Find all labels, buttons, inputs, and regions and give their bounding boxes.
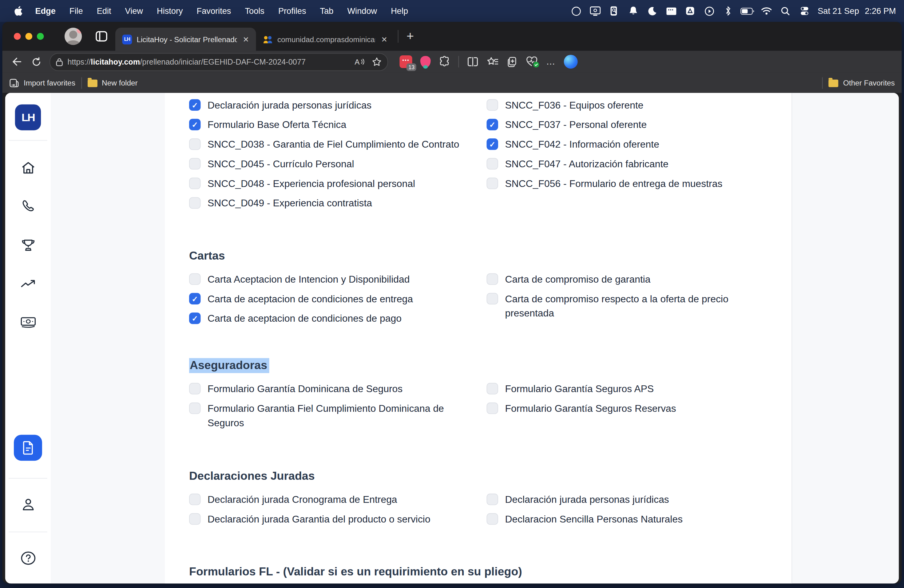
checkbox-unchecked[interactable]: ✓ (189, 158, 201, 170)
tab-close-icon[interactable]: ✕ (380, 35, 389, 43)
phone-mirroring-icon[interactable] (607, 5, 622, 17)
trending-up-icon[interactable] (20, 279, 36, 289)
read-aloud-icon[interactable]: A (354, 57, 365, 66)
checkbox-unchecked[interactable]: ✓ (487, 403, 498, 414)
checkbox-item[interactable]: ✓Declaracion Sencilla Personas Naturales (487, 512, 758, 526)
checkbox-item[interactable]: ✓SNCC_F037 - Personal oferente (487, 118, 758, 132)
checkbox-item[interactable]: ✓SNCC_D045 - Currículo Personal (189, 157, 487, 171)
extensions-puzzle-icon[interactable] (439, 56, 450, 68)
do-not-disturb-moon-icon[interactable] (645, 5, 660, 17)
checkbox-unchecked[interactable]: ✓ (487, 493, 498, 505)
checkbox-unchecked[interactable]: ✓ (487, 513, 498, 525)
bluetooth-icon[interactable] (721, 5, 736, 17)
menubar-item-edit[interactable]: Edit (90, 6, 118, 16)
documents-nav-active[interactable] (14, 435, 42, 461)
checkbox-unchecked[interactable]: ✓ (189, 197, 201, 209)
checkbox-item[interactable]: ✓SNCC_D049 - Experiencia contratista (189, 196, 487, 211)
licitahoy-logo[interactable]: LH (15, 104, 41, 130)
copilot-icon[interactable] (564, 55, 578, 69)
wifi-icon[interactable] (759, 5, 774, 17)
browser-essentials-icon[interactable] (526, 57, 538, 67)
checkbox-unchecked[interactable]: ✓ (487, 178, 498, 190)
checkbox-item[interactable]: ✓Formulario Garantía Dominicana de Segur… (189, 382, 487, 396)
keyboard-icon[interactable] (664, 5, 679, 17)
close-window-button[interactable] (14, 33, 21, 40)
checkbox-unchecked[interactable]: ✓ (189, 178, 201, 190)
checkbox-item[interactable]: ✓Declaración jurada personas jurídicas (189, 98, 487, 112)
checkbox-item[interactable]: ✓SNCC_F056 - Formulario de entrega de mu… (487, 177, 758, 191)
address-bar[interactable]: https://licitahoy.com/prellenado/iniciar… (49, 53, 388, 71)
home-icon[interactable] (21, 161, 36, 175)
checkbox-checked[interactable]: ✓ (189, 313, 201, 324)
checkbox-unchecked[interactable]: ✓ (189, 273, 201, 285)
checkbox-unchecked[interactable]: ✓ (189, 493, 201, 505)
checkbox-item[interactable]: ✓SNCC_F042 - Información oferente (487, 137, 758, 152)
battery-icon[interactable] (740, 5, 755, 17)
checkbox-unchecked[interactable]: ✓ (189, 403, 201, 414)
checkbox-unchecked[interactable]: ✓ (487, 383, 498, 395)
notification-bell-icon[interactable] (626, 5, 641, 17)
checkbox-item[interactable]: ✓Declaración jurada Cronograma de Entreg… (189, 492, 487, 507)
checkbox-unchecked[interactable]: ✓ (189, 513, 201, 525)
back-icon[interactable] (8, 54, 25, 70)
control-center-icon[interactable] (797, 5, 812, 17)
password-extension-icon[interactable]: •••13 (400, 55, 412, 68)
phone-icon[interactable] (21, 199, 35, 214)
checkbox-unchecked[interactable]: ✓ (487, 158, 498, 170)
checkbox-item[interactable]: ✓Carta de aceptacion de condiciones de e… (189, 292, 487, 306)
checkbox-unchecked[interactable]: ✓ (189, 383, 201, 395)
menubar-item-profiles[interactable]: Profiles (271, 6, 313, 16)
tab-inactive-comunidad[interactable]: comunidad.comprasdominicana ✕ (256, 28, 395, 51)
checkbox-checked[interactable]: ✓ (189, 119, 201, 130)
checkbox-checked[interactable]: ✓ (189, 100, 201, 111)
menubar-item-favorites[interactable]: Favorites (190, 6, 238, 16)
minimize-window-button[interactable] (25, 33, 33, 40)
trophy-icon[interactable] (20, 238, 36, 252)
checkbox-item[interactable]: ✓Carta Aceptacion de Intencion y Disponi… (189, 272, 487, 287)
url-text[interactable]: https://licitahoy.com/prellenado/iniciar… (67, 57, 350, 66)
split-screen-icon[interactable] (467, 57, 479, 67)
checkbox-unchecked[interactable]: ✓ (487, 293, 498, 305)
new-folder-favorite[interactable]: New folder (87, 78, 137, 87)
settings-more-icon[interactable]: … (546, 57, 556, 67)
checkbox-item[interactable]: ✓SNCC_F047 - Autorización fabricante (487, 157, 758, 171)
zoom-window-button[interactable] (37, 33, 44, 40)
checkbox-item[interactable]: ✓SNCC_D038 - Garantia de Fiel Cumplimien… (189, 137, 487, 152)
other-favorites-button[interactable]: Other Favorites (829, 78, 895, 87)
tab-active-licitahoy[interactable]: LH LicitaHoy - Solicitar Prellenado ✕ (115, 28, 256, 51)
checkbox-unchecked[interactable]: ✓ (487, 273, 498, 285)
display-mirroring-icon[interactable] (588, 5, 603, 17)
checkbox-checked[interactable]: ✓ (189, 293, 201, 305)
checkbox-item[interactable]: ✓SNCC_F036 - Equipos oferente (487, 98, 758, 112)
workspaces-icon[interactable] (95, 30, 109, 43)
checkbox-item[interactable]: ✓Declaración jurada personas jurídicas (487, 492, 758, 507)
checkbox-unchecked[interactable]: ✓ (487, 100, 498, 111)
checkbox-unchecked[interactable]: ✓ (189, 138, 201, 150)
checkbox-item[interactable]: ✓SNCC_D048 - Experiencia profesional per… (189, 177, 487, 191)
checkbox-item[interactable]: ✓Declaración jurada Garantia del product… (189, 512, 487, 526)
menubar-app-name[interactable]: Edge (28, 6, 62, 16)
menubar-item-help[interactable]: Help (384, 6, 415, 16)
import-favorites-button[interactable]: Import favorites (9, 78, 75, 87)
menubar-item-file[interactable]: File (62, 6, 90, 16)
money-icon[interactable] (20, 316, 36, 328)
checkbox-item[interactable]: ✓Formulario Garantía Seguros Reservas (487, 401, 758, 416)
siri-circle-icon[interactable] (569, 5, 583, 17)
favorite-star-icon[interactable] (372, 57, 382, 66)
checkbox-item[interactable]: ✓Carta de compromiso respecto a la ofert… (487, 292, 758, 321)
menubar-item-tab[interactable]: Tab (313, 6, 340, 16)
checkbox-checked[interactable]: ✓ (487, 138, 498, 150)
apple-menu-icon[interactable] (14, 6, 22, 16)
menubar-item-view[interactable]: View (118, 6, 150, 16)
checkbox-item[interactable]: ✓Carta de aceptacion de condiciones de p… (189, 311, 487, 326)
collections-add-icon[interactable] (507, 56, 518, 67)
checkbox-item[interactable]: ✓Formulario Garantia Fiel Cumplimiento D… (189, 401, 487, 430)
person-icon[interactable] (21, 498, 35, 511)
checkbox-item[interactable]: ✓Carta de compromiso de garantia (487, 272, 758, 287)
checkbox-checked[interactable]: ✓ (487, 119, 498, 130)
checkbox-item[interactable]: ✓Formulario Base Oferta Técnica (189, 118, 487, 132)
menubar-item-history[interactable]: History (150, 6, 190, 16)
help-icon[interactable] (21, 552, 36, 565)
tab-close-icon[interactable]: ✕ (242, 35, 250, 43)
profile-avatar[interactable] (65, 28, 82, 45)
